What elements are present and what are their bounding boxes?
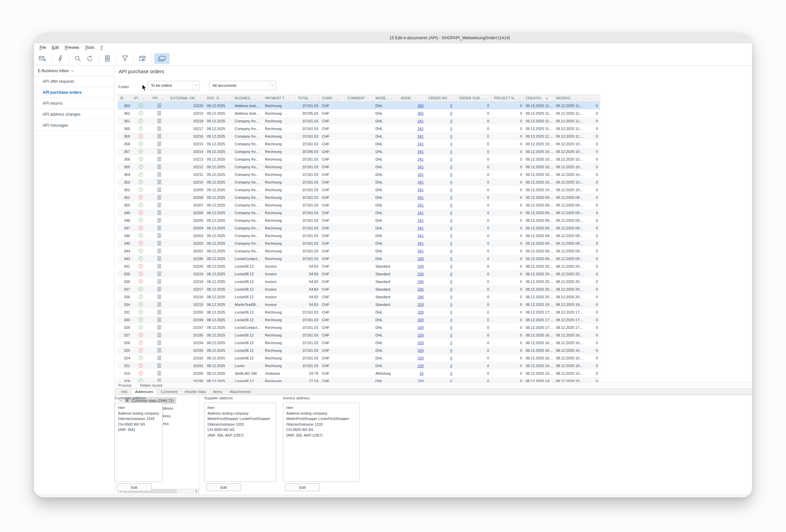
column-header[interactable]: PR...: [150, 95, 168, 101]
table-row[interactable]: 324 10192 08.12.2025 Locke08.12 Rechnung…: [118, 354, 600, 362]
address-link[interactable]: 328: [418, 379, 423, 383]
detail-tab[interactable]: Info: [117, 389, 131, 395]
address-link[interactable]: 341: [418, 119, 423, 123]
address-link[interactable]: 356: [418, 111, 423, 115]
order-no-link[interactable]: 0: [450, 111, 452, 115]
process-button-toolbar[interactable]: [54, 53, 66, 64]
table-row[interactable]: 337 10217 08.12.2025 Locke08.12 Invoice …: [118, 285, 600, 293]
open-windows-button[interactable]: [154, 53, 169, 64]
detail-tab[interactable]: Items: [209, 389, 226, 395]
menu-item[interactable]: Tools: [82, 44, 97, 51]
order-no-link[interactable]: 0: [450, 188, 452, 192]
order-no-link[interactable]: 0: [450, 318, 452, 322]
address-link[interactable]: 341: [418, 241, 423, 246]
order-no-link[interactable]: 0: [450, 211, 452, 215]
table-row[interactable]: 336 10216 08.12.2025 Locke08.12 Invoice …: [118, 293, 600, 301]
sidebar-item[interactable]: API messages: [34, 120, 114, 131]
order-no-link[interactable]: 0: [450, 379, 452, 383]
order-no-link[interactable]: 0: [450, 280, 452, 284]
table-row[interactable]: 338 10218 08.12.2025 Locke08.12 Invoice …: [118, 278, 600, 285]
column-header[interactable]: ST...: [131, 95, 150, 101]
send-document-button[interactable]: [37, 53, 49, 64]
order-no-link[interactable]: 0: [450, 119, 452, 123]
order-no-link[interactable]: 0: [450, 341, 452, 345]
address-link[interactable]: 328: [418, 364, 423, 368]
order-no-link[interactable]: 0: [450, 364, 452, 368]
order-no-link[interactable]: 0: [450, 195, 452, 200]
detail-tab[interactable]: Comment: [157, 389, 181, 395]
column-header[interactable]: ORDER SUB-...: [457, 95, 492, 101]
column-header[interactable]: ...: [583, 95, 600, 101]
column-header[interactable]: CURR...: [320, 95, 345, 101]
address-link[interactable]: 328: [418, 341, 423, 345]
address-link[interactable]: 341: [418, 234, 423, 238]
edit-button[interactable]: Edit: [117, 483, 152, 491]
table-row[interactable]: 350 10207 09.12.2025 Company fro... Rech…: [118, 201, 600, 209]
documents-filter-select[interactable]: All documents: [209, 81, 276, 90]
column-header[interactable]: ADDR...: [398, 95, 426, 101]
order-no-link[interactable]: 0: [450, 226, 452, 230]
table-row[interactable]: 349 10206 09.12.2025 Company fro... Rech…: [118, 209, 600, 216]
address-link[interactable]: 341: [418, 226, 423, 230]
table-row[interactable]: 348 10205 09.12.2025 Company fro... Rech…: [118, 216, 600, 224]
table-row[interactable]: 353 10210 09.12.2025 Company fro... Rech…: [118, 178, 600, 186]
address-link[interactable]: 328: [418, 303, 423, 306]
column-header[interactable]: EXTERNAL OR...: [168, 95, 205, 101]
table-row[interactable]: 351 10208 09.12.2025 Company fro... Rech…: [118, 193, 600, 201]
order-no-link[interactable]: 0: [450, 325, 452, 329]
column-header[interactable]: DOC. D...: [205, 95, 232, 101]
column-header[interactable]: PROJECT N...: [492, 95, 523, 101]
address-link[interactable]: 328: [418, 348, 423, 352]
table-row[interactable]: 325 10193 08.12.2025 Locke08.12 Rechnung…: [118, 346, 600, 354]
column-header[interactable]: CREATIO...: [523, 95, 554, 101]
order-no-link[interactable]: 0: [450, 257, 452, 261]
address-link[interactable]: 328: [418, 264, 423, 268]
table-row[interactable]: 321 10191 08.12.2025 Locke Rechnung 15'1…: [118, 362, 600, 369]
address-link[interactable]: 328: [418, 272, 423, 276]
column-header[interactable]: COMMENT: [345, 95, 373, 101]
table-row[interactable]: 352 10209 09.12.2025 Company fro... Rech…: [118, 186, 600, 193]
chevron-down-icon[interactable]: [192, 81, 200, 90]
address-link[interactable]: 341: [418, 172, 423, 177]
table-row[interactable]: 362 10219 09.12.2025 Address testi... Re…: [118, 109, 600, 117]
address-link[interactable]: 328: [418, 318, 423, 322]
table-row[interactable]: 344 10201 09.12.2025 Company fro... Rech…: [118, 247, 600, 255]
edit-button[interactable]: Edit: [206, 483, 241, 491]
menu-item[interactable]: File: [37, 44, 49, 51]
sidebar-item[interactable]: API purchase orders: [34, 87, 114, 98]
edit-button[interactable]: Edit: [285, 483, 320, 491]
order-no-link[interactable]: 0: [450, 264, 452, 268]
folder-select[interactable]: To be edited: [147, 81, 200, 90]
address-link[interactable]: 341: [418, 142, 423, 146]
order-no-link[interactable]: 0: [450, 295, 452, 299]
order-no-link[interactable]: 0: [450, 134, 452, 138]
order-no-link[interactable]: 0: [450, 287, 452, 291]
order-no-link[interactable]: 0: [450, 172, 452, 177]
search-button[interactable]: [72, 53, 84, 64]
table-row[interactable]: 331 10200 08.12.2025 Locke08.12 Rechnung…: [118, 308, 600, 316]
address-link[interactable]: 341: [418, 149, 423, 154]
order-no-link[interactable]: 0: [450, 371, 452, 375]
table-row[interactable]: 358 10215 09.12.2025 Company fro... Rech…: [118, 140, 600, 148]
address-link[interactable]: 341: [418, 165, 423, 169]
chevron-down-icon[interactable]: [269, 81, 276, 90]
sidebar-header[interactable]: E-Business inbox: [34, 66, 114, 76]
order-no-link[interactable]: 0: [450, 104, 452, 108]
report-button[interactable]: [101, 53, 113, 64]
order-no-link[interactable]: 0: [450, 241, 452, 246]
column-header[interactable]: MODIFIC...: [554, 95, 583, 101]
order-no-link[interactable]: 0: [450, 142, 452, 146]
address-link[interactable]: 341: [418, 211, 423, 215]
order-no-link[interactable]: 0: [450, 203, 452, 207]
address-link[interactable]: 336: [418, 295, 423, 299]
sidebar-item[interactable]: API returns: [34, 98, 114, 109]
order-no-link[interactable]: 0: [450, 180, 452, 184]
order-no-link[interactable]: 0: [450, 157, 452, 161]
sidebar-item[interactable]: API address changes: [34, 109, 114, 120]
scroll-right-icon[interactable]: [194, 489, 199, 493]
table-row[interactable]: 326 10194 08.12.2025 Locke08.12 Rechnung…: [118, 339, 600, 346]
table-row[interactable]: 345 10202 09.12.2025 Company fro... Rech…: [118, 239, 600, 247]
address-link[interactable]: 328: [418, 325, 423, 329]
address-link[interactable]: 341: [418, 203, 423, 207]
order-no-link[interactable]: 0: [450, 356, 452, 360]
